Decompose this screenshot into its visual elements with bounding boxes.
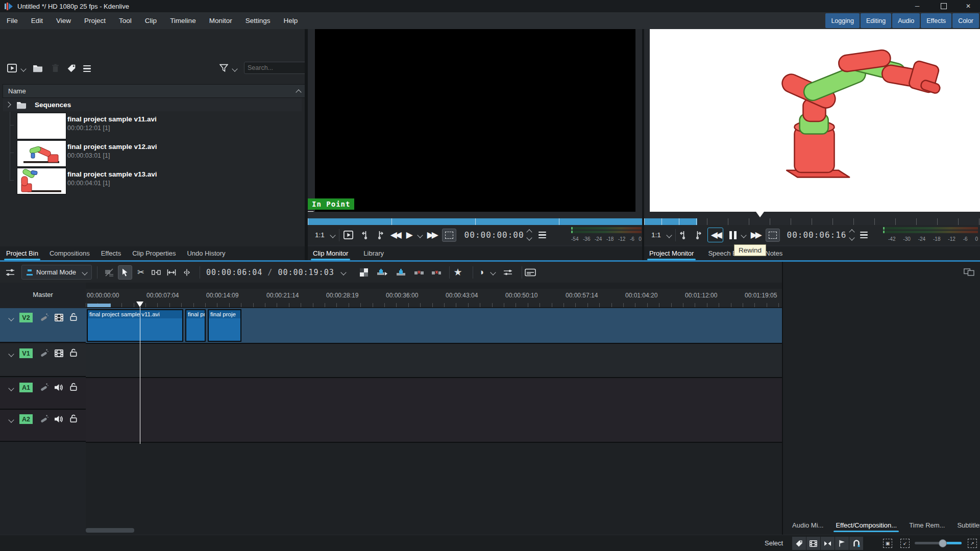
tab-audio-mixer[interactable]: Audio Mi... [790,518,825,532]
snap-toggle[interactable] [849,537,863,550]
menu-timeline[interactable]: Timeline [163,12,203,29]
bin-clip-row[interactable]: final project sample v11.avi 00:00:12:01… [3,112,302,139]
tab-clip-monitor[interactable]: Clip Monitor [311,246,350,260]
tab-project-bin[interactable]: Project Bin [4,246,40,260]
tab-clip-properties[interactable]: Clip Properties [130,246,178,260]
track-header-a2[interactable]: A2 [0,410,86,442]
zone-mode-button[interactable] [442,229,456,242]
extract-zone-icon[interactable] [412,266,426,279]
track-badge[interactable]: V1 [19,348,33,358]
monitor-zoom-level[interactable]: 1:1 [651,231,661,239]
menu-settings[interactable]: Settings [239,12,277,29]
tag-icon[interactable] [67,64,76,73]
zoom-slider-track[interactable] [915,542,962,544]
track-badge[interactable]: V2 [19,313,33,322]
play-dropdown-icon[interactable] [417,232,423,238]
play-dropdown-icon[interactable] [741,232,746,238]
track-header-v1[interactable]: V1 [0,344,86,377]
collapse-track-icon[interactable] [8,315,14,321]
create-folder-icon[interactable] [33,64,43,72]
tab-effect-composition[interactable]: Effect/Composition... [834,518,899,532]
menu-tool[interactable]: Tool [112,12,138,29]
track-header-v2[interactable]: V2 [0,308,86,343]
markers-toggle[interactable] [835,537,849,550]
collapse-track-icon[interactable] [8,351,14,357]
layout-color-button[interactable]: Color [952,13,979,28]
clip-monitor-ruler[interactable] [308,212,642,218]
bin-clip-row[interactable]: final project sample v13.avi 00:00:04:01… [3,167,302,194]
search-input[interactable] [244,62,308,74]
mixer-icon[interactable] [501,266,514,279]
track-lane-a1[interactable] [86,378,782,411]
menu-edit[interactable]: Edit [24,12,50,29]
set-out-point-icon[interactable] [376,231,383,239]
razor-tool-button[interactable]: ✂ [134,266,148,279]
monitor-timecode[interactable]: 00:00:06:16 [787,230,847,240]
menu-clip[interactable]: Clip [138,12,163,29]
layout-editing-button[interactable]: Editing [861,13,891,28]
track-effects-icon[interactable] [40,348,48,357]
delete-icon[interactable] [52,64,59,72]
zoom-dropdown-icon[interactable] [330,232,335,238]
bin-menu-icon[interactable] [83,65,91,72]
audio-thumbnails-toggle[interactable] [821,537,835,550]
mixed-streams-icon[interactable] [103,266,116,279]
tab-subtitles[interactable]: Subtitles [955,518,980,532]
zoom-dropdown-icon[interactable] [666,232,672,238]
timeline-ruler[interactable]: 00:00:00:00 00:00:07:04 00:00:14:09 00:0… [86,289,782,308]
filter-icon[interactable] [219,64,228,72]
monitor-timecode[interactable]: 00:00:00:00 [464,230,524,240]
project-monitor-zone-bar[interactable] [644,218,697,225]
track-effects-icon[interactable] [40,313,48,321]
split-view-icon[interactable] [964,268,974,276]
zone-mode-button[interactable] [766,229,780,242]
collapse-icon[interactable] [296,89,301,95]
split-icon[interactable] [180,266,193,279]
selection-tool-button[interactable] [118,265,132,280]
menu-file[interactable]: File [0,12,24,29]
tab-undo-history[interactable]: Undo History [185,246,227,260]
tab-time-remap[interactable]: Time Rem... [907,518,947,532]
record-icon[interactable]: ◑ [475,266,488,279]
video-track-icon[interactable] [55,349,63,357]
track-effects-icon[interactable] [40,414,48,423]
spacer-tool-button[interactable] [150,266,163,279]
tags-toggle[interactable] [792,537,806,550]
edit-mode-dropdown[interactable]: Normal Mode [21,265,92,280]
layout-logging-button[interactable]: Logging [825,13,860,28]
monitor-zoom-level[interactable]: 1:1 [315,231,325,239]
subtitle-icon[interactable] [524,266,537,279]
menu-monitor[interactable]: Monitor [203,12,239,29]
lock-icon[interactable] [69,348,78,357]
track-effects-icon[interactable] [40,383,48,391]
project-monitor-ruler[interactable] [644,212,980,218]
compositing-icon[interactable] [357,266,371,279]
overwrite-zone-icon[interactable] [394,266,407,279]
rewind-icon[interactable]: ◀◀ [390,231,400,239]
insert-zone-icon[interactable] [376,266,389,279]
lock-icon[interactable] [69,313,78,321]
rewind-icon[interactable]: ◀◀ [707,228,723,242]
video-thumbnails-toggle[interactable] [806,537,820,550]
playhead-marker[interactable] [136,302,143,307]
timeline-clip[interactable]: final project sample v11.avi [87,309,183,342]
timeline-clip[interactable]: final proje [208,309,241,342]
lift-zone-icon[interactable] [430,266,443,279]
minimize-button[interactable]: ─ [905,0,929,12]
bin-folder-row[interactable]: Sequences [3,98,302,111]
audio-track-icon[interactable] [55,415,63,423]
set-in-point-icon[interactable] [680,231,688,239]
track-lane-v1[interactable] [86,344,782,378]
timeline-hscrollbar[interactable] [86,528,134,533]
track-lane-a2[interactable] [86,410,782,443]
filter-dropdown-icon[interactable] [232,66,237,71]
maximize-button[interactable] [932,0,955,12]
add-clip-dropdown-icon[interactable] [20,66,26,71]
bin-name-header[interactable]: Name [3,84,308,98]
favorite-effects-icon[interactable]: ★ [451,266,464,279]
timecode-spinner[interactable] [527,230,531,240]
audio-track-icon[interactable] [55,384,63,391]
track-header-a1[interactable]: A1 [0,378,86,410]
tab-library[interactable]: Library [361,246,386,260]
pause-icon[interactable] [729,231,737,239]
